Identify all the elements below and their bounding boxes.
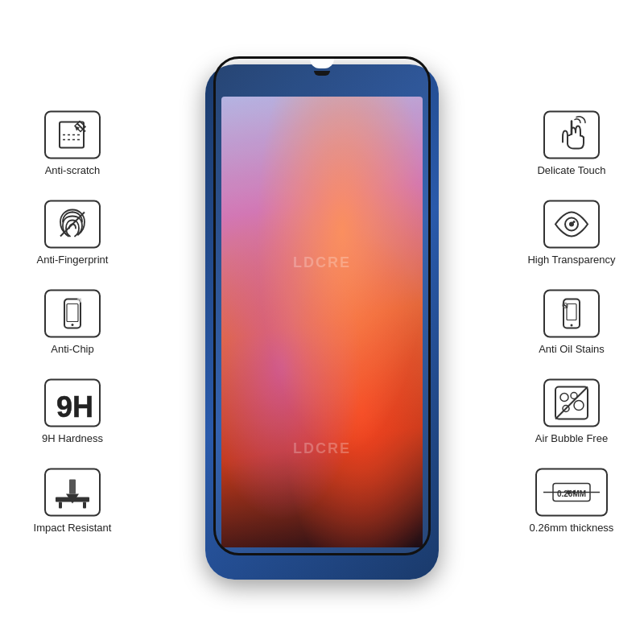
high-transparency-icon-box [543,200,600,249]
feature-air-bubble-free: Air Bubble Free [535,379,608,444]
high-transparency-label: High Transparency [527,254,615,266]
thickness-icon-box: 0.26MM [535,469,608,517]
feature-9h-hardness: 9H 9H Hardness [42,379,103,444]
svg-text:0.26MM: 0.26MM [557,489,586,498]
anti-scratch-label: Anti-scratch [45,164,101,176]
anti-oil-stains-label: Anti Oil Stains [539,343,605,355]
9h-hardness-icon-box: 9H [44,379,101,427]
air-bubble-free-icon-box [543,379,600,427]
svg-rect-14 [69,480,76,494]
svg-point-27 [574,401,584,411]
svg-rect-8 [67,304,78,322]
feature-anti-scratch: Anti-scratch [44,111,101,176]
anti-scratch-icon-box [44,111,101,159]
impact-icon [51,475,94,510]
thickness-label: 0.26mm thickness [530,522,614,534]
glass-protector [213,56,431,555]
impact-resistant-icon-box [44,469,101,517]
anti-chip-icon-box [44,290,101,338]
svg-point-18 [573,221,576,223]
anti-fingerprint-label: Anti-Fingerprint [37,254,109,266]
features-right: Delicate Touch High Transparency [507,111,636,534]
feature-delicate-touch: Delicate Touch [537,111,605,176]
thickness-icon: 0.26MM [537,473,606,513]
touch-icon [551,115,592,155]
impact-resistant-label: Impact Resistant [34,522,112,534]
svg-rect-12 [59,502,62,509]
feature-anti-oil-stains: Anti Oil Stains [539,290,605,355]
svg-rect-20 [567,304,576,320]
feature-impact-resistant: Impact Resistant [34,469,112,534]
delicate-touch-label: Delicate Touch [537,164,605,176]
air-bubble-free-label: Air Bubble Free [535,432,608,444]
9h-icon: 9H [50,383,95,423]
anti-scratch-icon [55,118,90,153]
anti-fingerprint-icon-box [44,200,101,249]
glass-notch [310,59,334,68]
fingerprint-icon [52,204,93,245]
phone-small-icon [554,296,589,332]
feature-thickness: 0.26MM 0.26mm thickness [530,469,614,534]
svg-text:9H: 9H [56,390,93,423]
features-left: Anti-scratch Anti-Fingerprint [8,111,137,534]
svg-point-21 [571,324,573,327]
delicate-touch-icon-box [543,111,600,159]
svg-rect-13 [83,502,86,509]
bubbles-icon [551,383,592,423]
anti-chip-icon [55,296,90,332]
eye-icon [551,204,592,245]
anti-oil-stains-icon-box [543,290,600,338]
main-container: Anti-scratch Anti-Fingerprint [0,0,644,644]
svg-point-9 [72,324,74,326]
feature-anti-chip: Anti-Chip [44,290,101,355]
svg-point-25 [560,394,568,402]
feature-high-transparency: High Transparency [527,200,615,266]
phone-wrapper: LDCRE LDCRE [193,48,451,596]
feature-anti-fingerprint: Anti-Fingerprint [37,200,109,266]
anti-chip-label: Anti-Chip [51,343,93,355]
9h-hardness-label: 9H Hardness [42,432,103,444]
